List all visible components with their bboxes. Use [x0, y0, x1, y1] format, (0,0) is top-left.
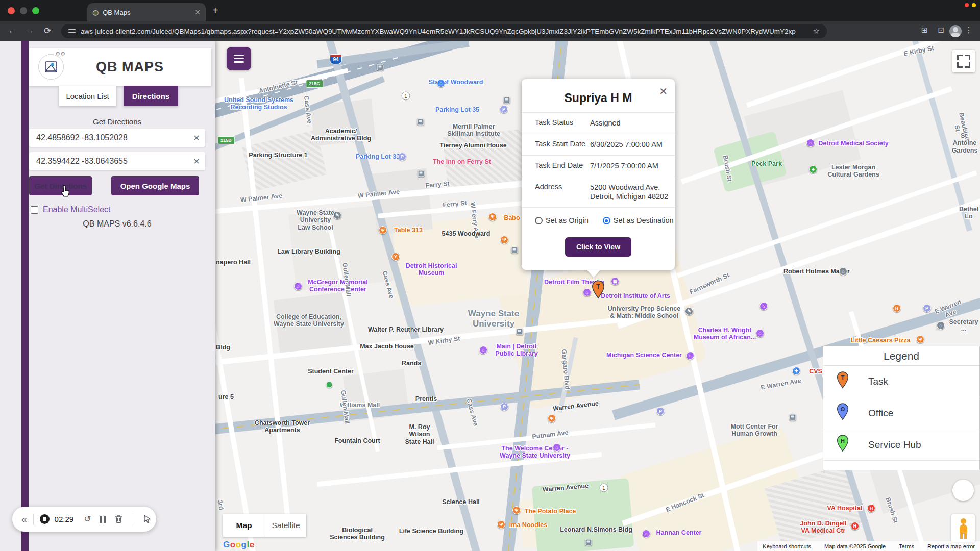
- macos-zoom-button[interactable]: [32, 7, 39, 14]
- map-label: Parking Structure 1: [249, 152, 307, 159]
- tab-directions[interactable]: Directions: [124, 86, 178, 106]
- clear-origin-icon[interactable]: ✕: [188, 133, 205, 143]
- stop-recording-icon[interactable]: [40, 514, 50, 524]
- clear-destination-icon[interactable]: ✕: [188, 157, 205, 166]
- map-type-satellite-button[interactable]: Satellite: [265, 514, 306, 537]
- multiselect-row: Enable MultiSelect: [31, 205, 111, 214]
- legend-item-task[interactable]: TTask: [823, 366, 979, 397]
- address-bar[interactable]: aws-juiced-client2.com/Juiced/QBMaps1/qb…: [61, 24, 827, 38]
- legend-item-office[interactable]: OOffice: [823, 397, 979, 429]
- map-label: Merrill Palmer Skillman Institute: [447, 123, 500, 138]
- map-label: Mott Center For Human Growth: [730, 423, 778, 438]
- route-1-shield-icon: 1: [402, 92, 410, 101]
- map-label: Fountain Court: [334, 437, 380, 444]
- multiselect-checkbox[interactable]: [31, 206, 38, 214]
- pegman-streetview-control[interactable]: [951, 514, 975, 542]
- browser-menu-icon[interactable]: ⋮: [965, 25, 973, 35]
- pan-control-button[interactable]: [952, 480, 974, 501]
- set-as-origin-option[interactable]: Set as Origin: [535, 216, 589, 225]
- route-1-shield-icon: 1: [600, 484, 608, 492]
- route-shield-icon: 215C: [306, 80, 323, 88]
- macos-close-button[interactable]: [8, 7, 15, 14]
- downloads-icon[interactable]: ⊡: [938, 26, 944, 35]
- map-label: Peck Park: [751, 160, 782, 167]
- attribution-link[interactable]: Report a map error: [927, 543, 975, 549]
- popup-close-icon[interactable]: ✕: [659, 85, 668, 97]
- click-to-view-button[interactable]: Click to View: [565, 237, 631, 257]
- tab-close-icon[interactable]: ✕: [194, 8, 201, 16]
- browser-tab[interactable]: ◍ QB Maps ✕: [87, 3, 206, 21]
- restart-recording-icon[interactable]: ↺: [84, 514, 91, 524]
- open-google-maps-button[interactable]: Open Google Maps: [111, 176, 199, 195]
- map-menu-button[interactable]: [227, 47, 251, 70]
- get-directions-heading: Get Directions: [29, 117, 205, 126]
- poi-marker-icon: P: [923, 304, 931, 312]
- app-version: QB MAPS v6.6.4.6: [29, 219, 205, 229]
- popup-rows: Task StatusAssignedTask Start Date6/30/2…: [522, 113, 675, 208]
- map-attribution-bar: Keyboard shortcutsMap data ©2025 GoogleT…: [757, 541, 980, 551]
- origin-radio[interactable]: [535, 217, 543, 224]
- map-label: Science Hall: [442, 498, 480, 506]
- svg-text:T: T: [841, 374, 845, 381]
- delete-recording-icon[interactable]: [115, 515, 122, 523]
- bookmark-star-icon[interactable]: ☆: [813, 27, 820, 36]
- cursor-tool-icon[interactable]: [143, 515, 152, 523]
- poi-marker-icon: ⌂: [839, 267, 847, 276]
- transit-stop-icon: [790, 414, 796, 421]
- poi-marker-icon: ⌂: [479, 346, 487, 354]
- svg-text:O: O: [841, 406, 845, 412]
- map-label: 5435 Woodward: [442, 230, 491, 237]
- poi-marker-icon: Ψ: [488, 213, 497, 221]
- pause-recording-icon[interactable]: [100, 516, 106, 523]
- destination-value[interactable]: 42.3594422 -83.0643655: [29, 157, 188, 166]
- map-label: Law Library Building: [277, 248, 340, 255]
- poi-marker-icon: H: [867, 504, 875, 512]
- back-button[interactable]: ←: [8, 26, 17, 36]
- url-text[interactable]: aws-juiced-client2.com/Juiced/QBMaps1/qb…: [81, 28, 808, 35]
- map-label: Little Caesars Pizza: [851, 337, 911, 344]
- site-settings-icon[interactable]: [68, 28, 76, 34]
- set-as-destination-option[interactable]: Set as Destination: [603, 216, 674, 225]
- poi-marker-icon: ⌂: [437, 79, 445, 87]
- map-canvas[interactable]: Antoinette StE Kirby StBeaubien StUnited…: [215, 41, 980, 551]
- poi-marker-icon: ✚: [792, 367, 800, 375]
- map-type-map-button[interactable]: Map: [223, 514, 265, 537]
- tab-location-list[interactable]: Location List: [59, 86, 116, 106]
- map-label: Life Science Building: [399, 528, 463, 535]
- map-label: Lester Morgan Cultural Gardens: [827, 164, 879, 179]
- gears-icon: ⚙⚙: [55, 51, 65, 57]
- menu-bar-status-dot-icon: [972, 3, 976, 7]
- profile-avatar[interactable]: [949, 25, 962, 37]
- map-label: Biological Sciences Building: [330, 527, 385, 541]
- google-logo: Google: [223, 540, 255, 550]
- transit-stop-icon: [418, 119, 424, 126]
- origin-value[interactable]: 42.4858692 -83.1052028: [29, 133, 188, 142]
- attribution-link[interactable]: Map data ©2025 Google: [824, 543, 886, 549]
- new-tab-button[interactable]: +: [212, 5, 218, 16]
- legend-item-service-hub[interactable]: HService Hub: [823, 429, 979, 461]
- globe-icon: ◍: [92, 8, 99, 16]
- reload-button[interactable]: ⟳: [44, 26, 51, 36]
- forward-button[interactable]: →: [26, 26, 34, 36]
- attribution-link[interactable]: Keyboard shortcuts: [763, 543, 811, 549]
- poi-marker-icon: Ψ: [512, 506, 521, 514]
- map-label: Table 313: [394, 227, 423, 234]
- destination-input[interactable]: 42.3594422 -83.0643655 ✕: [29, 152, 205, 170]
- map-label: United Sound Systems Recording Studios: [224, 96, 293, 111]
- office-pin-icon: O: [837, 403, 849, 422]
- origin-input[interactable]: 42.4858692 -83.1052028 ✕: [29, 129, 205, 147]
- poi-marker-icon: P: [500, 403, 508, 411]
- side-panel-icon[interactable]: ⊞: [921, 26, 928, 35]
- fullscreen-button[interactable]: [952, 50, 975, 72]
- collapse-icon[interactable]: «: [21, 514, 27, 525]
- macos-minimize-button[interactable]: [20, 7, 27, 14]
- menu-bar-record-dot-icon: [965, 3, 969, 7]
- poi-marker-icon: ⌂: [583, 288, 591, 296]
- legend-panel: Legend TTaskOOfficeHService Hub: [823, 346, 980, 470]
- map-label: St. Antoine Gardens: [952, 132, 978, 154]
- attribution-link[interactable]: Terms: [899, 543, 914, 549]
- poi-marker-icon: H: [851, 522, 859, 530]
- destination-radio[interactable]: [603, 217, 610, 224]
- map-label: John D. Dingell VA Medical Ctr: [800, 520, 847, 535]
- map-label: College of Education, Wayne State Univer…: [274, 313, 344, 328]
